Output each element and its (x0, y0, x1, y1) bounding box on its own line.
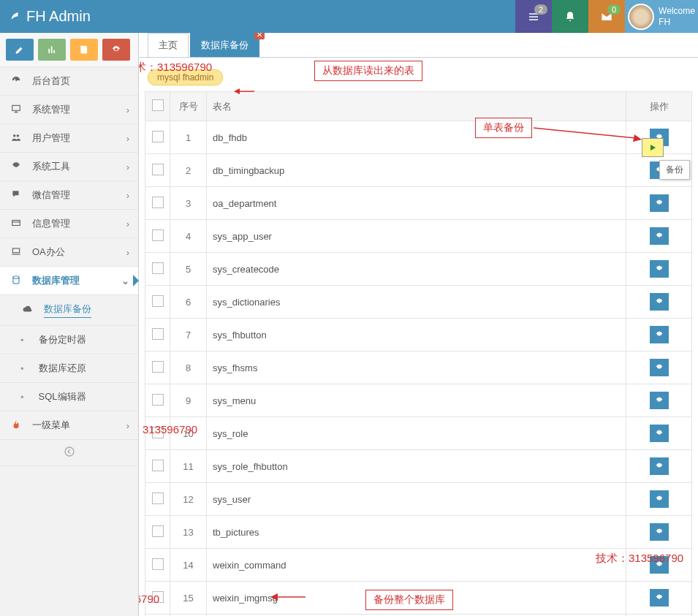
row-checkbox[interactable] (152, 131, 164, 142)
tech-text-2: 技术：313596790 (139, 423, 197, 437)
sidebar-item-8[interactable]: 数据库备份 (0, 295, 138, 326)
row-checkbox[interactable] (152, 164, 164, 175)
table-row: 13tb_pictures (145, 516, 692, 549)
row-name: sys_app_user (207, 220, 626, 253)
svg-point-6 (13, 275, 19, 278)
sidebar-item-label: 信息管理 (32, 217, 70, 230)
row-name: oa_department (207, 187, 626, 220)
chevron-right-icon: › (126, 161, 129, 172)
th-name: 表名 (207, 92, 626, 121)
row-checkbox[interactable] (152, 197, 164, 208)
th-op: 操作 (626, 92, 692, 121)
chevron-right-icon: › (126, 133, 129, 144)
table-row: 8sys_fhsms (145, 351, 692, 384)
card-icon (9, 218, 23, 230)
row-action-button[interactable] (650, 260, 669, 278)
row-action-button[interactable] (650, 490, 669, 508)
sidebar-collapse-button[interactable] (0, 440, 138, 466)
row-seq: 13 (170, 516, 207, 549)
th-checkbox (145, 92, 170, 121)
sidebar-item-label: 一级菜单 (32, 419, 70, 432)
row-seq: 8 (170, 351, 207, 384)
sidebar-item-7[interactable]: 数据库管理⌄ (0, 267, 138, 295)
table-row: 7sys_fhbutton (145, 319, 692, 351)
row-checkbox[interactable] (152, 262, 164, 274)
tree-dot-icon (20, 335, 30, 346)
row-checkbox[interactable] (152, 558, 164, 570)
row-action-button[interactable] (650, 392, 669, 409)
db-table: 序号 表名 操作 1db_fhdb2db_timingbackup3oa_dep… (145, 91, 692, 616)
tree-dot-icon (20, 392, 30, 403)
row-checkbox[interactable] (152, 229, 164, 241)
checkbox-all[interactable] (152, 99, 164, 111)
table-row: 4sys_app_user (145, 220, 692, 253)
sidebar-item-9[interactable]: 备份定时器 (0, 326, 138, 354)
arrow-2 (534, 122, 643, 144)
row-action-button[interactable] (650, 293, 669, 311)
table-row: 11sys_role_fhbutton (145, 450, 692, 483)
sb-book-button[interactable] (70, 39, 98, 61)
tab-home[interactable]: 主页 (148, 33, 189, 57)
cloud-icon (20, 304, 35, 316)
sidebar-item-label: 备份定时器 (39, 333, 86, 346)
svg-marker-13 (270, 593, 278, 601)
svg-point-2 (17, 134, 19, 137)
sidebar-item-label: 系统管理 (32, 103, 70, 116)
svg-marker-11 (633, 134, 642, 142)
row-action-button[interactable] (650, 589, 669, 607)
header-tasks-button[interactable]: 2 (515, 0, 552, 33)
svg-rect-0 (12, 105, 20, 110)
svg-marker-9 (234, 88, 240, 94)
main-area: 主页 数据库备份 ✕ mysql fhadmin 从数据库读出来的表 单表备份 … (139, 33, 698, 616)
sidebar-item-0[interactable]: 后台首页 (0, 67, 138, 96)
backup-play-button[interactable] (642, 138, 664, 157)
row-checkbox[interactable] (152, 493, 164, 504)
svg-point-1 (13, 134, 16, 137)
row-action-button[interactable] (650, 523, 669, 541)
row-checkbox[interactable] (152, 394, 164, 406)
sidebar-item-11[interactable]: SQL编辑器 (0, 383, 138, 411)
svg-point-7 (65, 447, 74, 456)
sidebar-item-12[interactable]: 一级菜单› (0, 411, 138, 440)
row-seq: 6 (170, 286, 207, 319)
row-checkbox[interactable] (152, 525, 164, 537)
row-seq: 1 (170, 121, 207, 154)
row-name: sys_user (207, 483, 626, 516)
sidebar-item-3[interactable]: 系统工具› (0, 153, 138, 181)
row-seq: 14 (170, 549, 207, 582)
header-mail-button[interactable]: 0 (588, 0, 625, 33)
brand-text: FH Admin (26, 8, 91, 25)
row-action-button[interactable] (650, 194, 669, 212)
row-action-button[interactable] (650, 326, 669, 343)
header-user-button[interactable]: Welcome FH (625, 0, 698, 33)
row-action-button[interactable] (650, 457, 669, 475)
avatar (628, 4, 654, 30)
sidebar-item-4[interactable]: 微信管理› (0, 181, 138, 210)
tab-close-icon[interactable]: ✕ (254, 33, 265, 39)
sidebar-item-10[interactable]: 数据库还原 (0, 354, 138, 383)
tab-db-backup[interactable]: 数据库备份 ✕ (190, 33, 259, 57)
row-checkbox[interactable] (152, 328, 164, 340)
row-action-button[interactable] (650, 359, 669, 376)
sb-settings-button[interactable] (102, 39, 130, 61)
row-action-button[interactable] (650, 227, 669, 245)
sb-stats-button[interactable] (38, 39, 66, 61)
desktop-icon (9, 104, 23, 116)
sb-edit-button[interactable] (6, 39, 34, 61)
row-action-button[interactable] (650, 425, 669, 442)
sidebar-item-5[interactable]: 信息管理› (0, 210, 138, 238)
row-checkbox[interactable] (152, 361, 164, 373)
row-name: sys_role_fhbutton (207, 450, 626, 483)
row-checkbox[interactable] (152, 295, 164, 307)
chevron-right-icon: › (126, 247, 129, 258)
row-seq: 9 (170, 384, 207, 417)
sidebar-item-6[interactable]: OA办公› (0, 238, 138, 267)
row-checkbox[interactable] (152, 460, 164, 471)
sidebar-item-1[interactable]: 系统管理› (0, 96, 138, 124)
leaf-icon (9, 8, 22, 25)
row-seq: 15 (170, 582, 207, 615)
sidebar-item-label: 后台首页 (32, 75, 70, 88)
header-notifications-button[interactable] (552, 0, 588, 33)
row-seq: 12 (170, 483, 207, 516)
sidebar-item-2[interactable]: 用户管理› (0, 124, 138, 153)
